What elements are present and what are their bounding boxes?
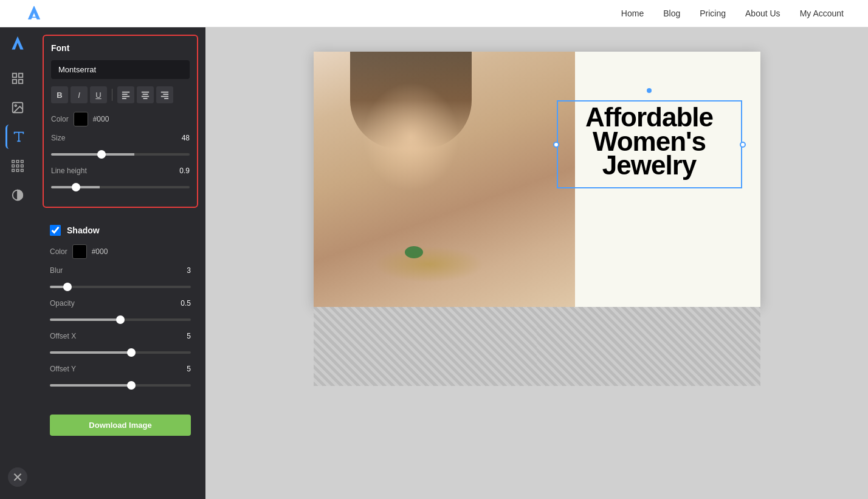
nav-links: Home Blog Pricing About Us My Account xyxy=(621,9,844,18)
offset-y-row: Offset Y 5 xyxy=(50,365,191,373)
offset-y-slider-container xyxy=(50,378,191,389)
nav-pricing[interactable]: Pricing xyxy=(700,9,726,18)
handle-right-middle[interactable] xyxy=(740,142,746,148)
blur-value: 3 xyxy=(187,266,191,275)
nav-about[interactable]: About Us xyxy=(745,9,780,18)
format-buttons-group: B I U xyxy=(51,86,190,103)
svg-rect-2 xyxy=(13,80,16,83)
size-slider-container xyxy=(51,147,190,158)
main-area: Font Montserrat Arial Roboto Open Sans L… xyxy=(0,27,868,499)
handle-top-center[interactable] xyxy=(647,88,652,93)
left-panel: Font Montserrat Arial Roboto Open Sans L… xyxy=(35,27,205,499)
adjust-tool-btn[interactable] xyxy=(5,183,30,207)
app-logo xyxy=(9,35,26,54)
svg-rect-25 xyxy=(163,94,168,95)
blur-row: Blur 3 xyxy=(50,266,191,275)
underline-button[interactable]: U xyxy=(90,86,107,103)
icon-sidebar xyxy=(0,27,35,499)
svg-rect-24 xyxy=(161,92,168,93)
canvas-area: Affordable Women's Jewelry xyxy=(205,27,868,499)
top-nav-bar: Home Blog Pricing About Us My Account xyxy=(0,0,868,27)
align-left-button[interactable] xyxy=(117,86,134,103)
offset-y-label: Offset Y xyxy=(50,365,76,373)
size-label: Size xyxy=(51,134,65,142)
svg-rect-6 xyxy=(12,160,15,163)
model-photo xyxy=(314,52,575,307)
opacity-value: 0.5 xyxy=(181,299,191,308)
offset-y-value: 5 xyxy=(187,365,191,373)
shadow-section: Shadow Color #000 Blur 3 Opacity 0.5 xyxy=(43,218,198,405)
font-color-hex: #000 xyxy=(93,115,109,123)
size-row: Size 48 xyxy=(51,134,190,142)
canvas-wrapper[interactable]: Affordable Women's Jewelry xyxy=(314,52,760,307)
svg-rect-0 xyxy=(13,74,16,77)
svg-rect-26 xyxy=(161,96,168,97)
preview-left xyxy=(314,307,537,386)
format-separator xyxy=(112,89,112,101)
svg-rect-21 xyxy=(143,94,148,95)
download-image-button[interactable]: Download Image xyxy=(50,415,191,436)
size-slider[interactable] xyxy=(51,153,190,156)
close-panel-btn[interactable] xyxy=(8,467,27,487)
italic-button[interactable]: I xyxy=(71,86,88,103)
offset-x-slider-container xyxy=(50,345,191,356)
svg-rect-14 xyxy=(21,170,24,172)
text-overlay[interactable]: Affordable Women's Jewelry xyxy=(557,100,742,188)
blur-slider[interactable] xyxy=(50,286,191,288)
offset-x-slider[interactable] xyxy=(50,351,191,354)
shadow-header: Shadow xyxy=(50,225,191,236)
offset-x-value: 5 xyxy=(187,332,191,340)
pattern-tool-btn[interactable] xyxy=(5,154,30,178)
svg-rect-11 xyxy=(21,165,24,167)
svg-rect-9 xyxy=(12,165,15,167)
offset-x-label: Offset X xyxy=(50,332,76,340)
svg-rect-3 xyxy=(19,80,22,83)
logo xyxy=(24,4,44,23)
svg-rect-17 xyxy=(122,94,128,95)
image-tool-btn[interactable] xyxy=(5,95,30,120)
font-section: Font Montserrat Arial Roboto Open Sans L… xyxy=(43,35,198,208)
bold-button[interactable]: B xyxy=(51,86,68,103)
svg-rect-10 xyxy=(16,165,19,167)
opacity-slider[interactable] xyxy=(50,318,191,321)
shadow-color-row: Color #000 xyxy=(50,244,191,259)
line-height-label: Line height xyxy=(51,167,87,175)
shadow-toggle[interactable] xyxy=(50,225,61,236)
font-color-label: Color xyxy=(51,115,69,123)
blur-label: Blur xyxy=(50,266,63,275)
shadow-color-swatch[interactable] xyxy=(72,244,87,259)
svg-rect-23 xyxy=(143,98,148,99)
svg-rect-12 xyxy=(12,170,15,172)
offset-y-slider[interactable] xyxy=(50,384,191,387)
text-selection-border xyxy=(557,100,742,188)
nav-blog[interactable]: Blog xyxy=(663,9,680,18)
handle-left-middle[interactable] xyxy=(553,142,559,148)
svg-rect-20 xyxy=(142,92,149,93)
svg-rect-8 xyxy=(21,160,24,163)
opacity-label: Opacity xyxy=(50,299,75,308)
line-height-slider[interactable] xyxy=(51,186,190,188)
nav-home[interactable]: Home xyxy=(621,9,644,18)
align-right-button[interactable] xyxy=(156,86,173,103)
bottom-preview-strip xyxy=(314,307,760,386)
text-tool-btn[interactable] xyxy=(5,125,30,149)
svg-rect-16 xyxy=(122,92,129,93)
svg-rect-22 xyxy=(142,96,149,97)
nav-account[interactable]: My Account xyxy=(800,9,844,18)
line-height-value: 0.9 xyxy=(179,167,190,175)
svg-rect-19 xyxy=(122,98,126,99)
svg-rect-18 xyxy=(122,96,129,97)
align-center-button[interactable] xyxy=(137,86,154,103)
shadow-color-label: Color xyxy=(50,247,67,256)
grid-tool-btn[interactable] xyxy=(5,66,30,91)
preview-right xyxy=(537,307,760,386)
svg-rect-13 xyxy=(16,170,19,172)
opacity-row: Opacity 0.5 xyxy=(50,299,191,308)
svg-point-5 xyxy=(15,105,16,106)
line-height-row: Line height 0.9 xyxy=(51,167,190,175)
font-color-swatch[interactable] xyxy=(74,112,88,126)
font-family-select[interactable]: Montserrat Arial Roboto Open Sans Lato xyxy=(51,60,190,79)
font-section-title: Font xyxy=(51,43,190,53)
svg-rect-7 xyxy=(16,160,19,163)
blur-slider-container xyxy=(50,280,191,291)
